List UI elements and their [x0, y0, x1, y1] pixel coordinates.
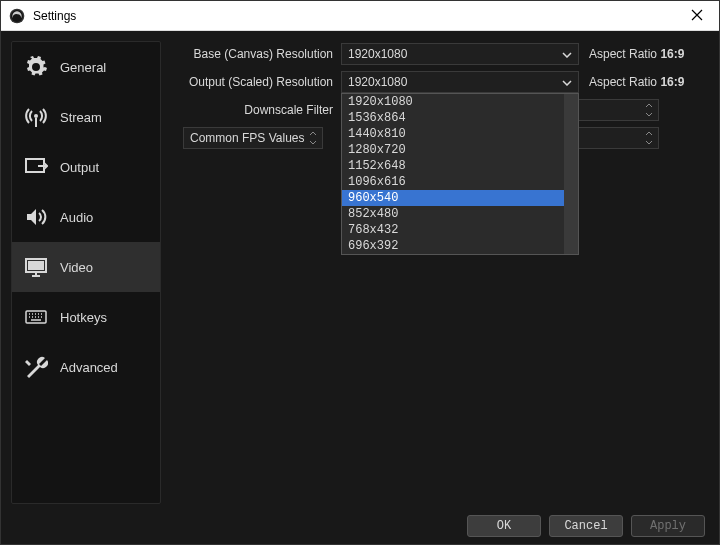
- video-settings-panel: Base (Canvas) Resolution 1920x1080 Aspec…: [169, 41, 711, 504]
- output-icon: [24, 155, 48, 179]
- dialog-footer: OK Cancel Apply: [1, 508, 719, 544]
- spinner-buttons[interactable]: [642, 129, 656, 147]
- sidebar-item-advanced[interactable]: Advanced: [12, 342, 160, 392]
- sidebar-item-output[interactable]: Output: [12, 142, 160, 192]
- antenna-icon: [24, 105, 48, 129]
- sidebar-item-hotkeys[interactable]: Hotkeys: [12, 292, 160, 342]
- window-title: Settings: [33, 9, 683, 23]
- spinner-buttons[interactable]: [642, 101, 656, 119]
- keyboard-icon: [24, 305, 48, 329]
- svg-rect-6: [28, 261, 44, 270]
- cancel-button[interactable]: Cancel: [549, 515, 623, 537]
- sidebar-item-general[interactable]: General: [12, 42, 160, 92]
- close-button[interactable]: [683, 7, 711, 25]
- fps-type-value: Common FPS Values: [190, 131, 305, 145]
- sidebar-item-stream[interactable]: Stream: [12, 92, 160, 142]
- dropdown-option[interactable]: 852x480: [342, 206, 578, 222]
- dropdown-option[interactable]: 1440x810: [342, 126, 578, 142]
- sidebar-item-video[interactable]: Video: [12, 242, 160, 292]
- output-resolution-label: Output (Scaled) Resolution: [169, 75, 341, 89]
- dropdown-option[interactable]: 1536x864: [342, 110, 578, 126]
- chevron-down-icon: [562, 47, 572, 61]
- dropdown-option[interactable]: 1920x1080: [342, 94, 578, 110]
- dropdown-scrollbar[interactable]: [564, 94, 578, 254]
- base-resolution-value: 1920x1080: [348, 47, 407, 61]
- sidebar-item-label: General: [60, 60, 106, 75]
- obs-logo-icon: [9, 8, 25, 24]
- settings-sidebar: General Stream Output Audio Video: [11, 41, 161, 504]
- dropdown-option[interactable]: 1096x616: [342, 174, 578, 190]
- monitor-icon: [24, 255, 48, 279]
- dropdown-option[interactable]: 960x540: [342, 190, 578, 206]
- sidebar-item-label: Advanced: [60, 360, 118, 375]
- output-resolution-dropdown[interactable]: 1920x10801536x8641440x8101280x7201152x64…: [341, 93, 579, 255]
- sidebar-item-label: Hotkeys: [60, 310, 107, 325]
- spinner-buttons[interactable]: [306, 129, 320, 147]
- dropdown-option[interactable]: 696x392: [342, 238, 578, 254]
- downscale-filter-label: Downscale Filter: [169, 103, 341, 117]
- svg-point-2: [34, 65, 39, 70]
- base-aspect-ratio: Aspect Ratio 16:9: [589, 47, 684, 61]
- speaker-icon: [24, 205, 48, 229]
- base-resolution-label: Base (Canvas) Resolution: [169, 47, 341, 61]
- output-resolution-combo[interactable]: 1920x1080: [341, 71, 579, 93]
- sidebar-item-label: Stream: [60, 110, 102, 125]
- chevron-down-icon: [562, 75, 572, 89]
- titlebar: Settings: [1, 1, 719, 31]
- fps-type-spinner[interactable]: Common FPS Values: [183, 127, 323, 149]
- sidebar-item-label: Audio: [60, 210, 93, 225]
- ok-button[interactable]: OK: [467, 515, 541, 537]
- svg-point-3: [34, 114, 38, 118]
- dropdown-option[interactable]: 1280x720: [342, 142, 578, 158]
- output-aspect-ratio: Aspect Ratio 16:9: [589, 75, 684, 89]
- gear-icon: [24, 55, 48, 79]
- sidebar-item-audio[interactable]: Audio: [12, 192, 160, 242]
- apply-button: Apply: [631, 515, 705, 537]
- dropdown-option[interactable]: 768x432: [342, 222, 578, 238]
- sidebar-item-label: Output: [60, 160, 99, 175]
- tools-icon: [24, 355, 48, 379]
- base-resolution-combo[interactable]: 1920x1080: [341, 43, 579, 65]
- dropdown-option[interactable]: 1152x648: [342, 158, 578, 174]
- output-resolution-value: 1920x1080: [348, 75, 407, 89]
- sidebar-item-label: Video: [60, 260, 93, 275]
